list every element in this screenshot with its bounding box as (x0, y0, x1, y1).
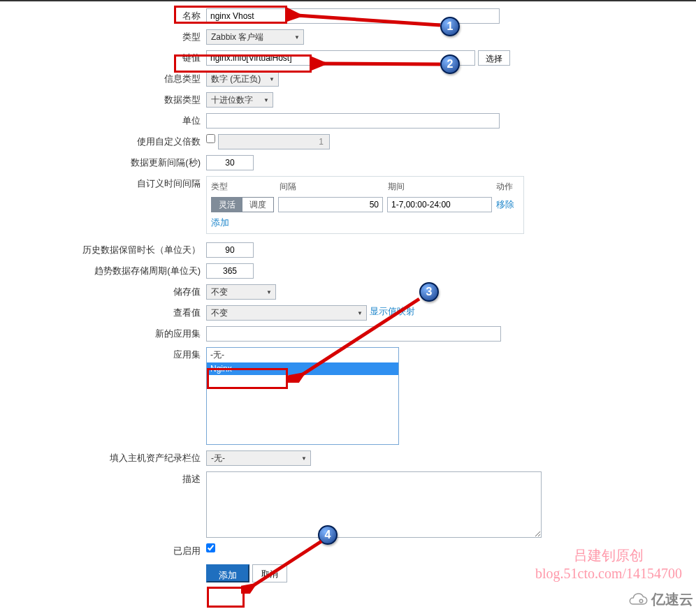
mult-value-input (218, 134, 330, 149)
update-interval-input[interactable] (206, 155, 254, 170)
label-use-mult: 使用自定义倍数 (0, 134, 206, 149)
label-trends: 趋势数据存储周期(单位天) (0, 263, 206, 279)
type-select[interactable]: Zabbix 客户端 (206, 29, 304, 45)
toggle-schedule[interactable]: 调度 (242, 198, 273, 212)
desc-textarea[interactable] (206, 471, 542, 538)
choose-button[interactable]: 选择 (478, 50, 510, 66)
label-new-app: 新的应用集 (0, 326, 206, 342)
interval-hdr-interval: 间隔 (280, 181, 388, 193)
info-type-select[interactable]: 数字 (无正负) (206, 71, 279, 87)
interval-container: 类型 间隔 期间 动作 灵活 调度 移除 添加 (206, 176, 524, 234)
label-history: 历史数据保留时长（单位天） (0, 242, 206, 258)
unit-input[interactable] (206, 113, 500, 129)
label-name: 名称 (0, 8, 206, 24)
label-enabled: 已启用 (0, 543, 206, 559)
label-info-type: 信息类型 (0, 71, 206, 87)
remove-link[interactable]: 移除 (496, 198, 514, 211)
history-input[interactable] (206, 242, 254, 258)
label-host-inventory: 填入主机资产纪录栏位 (0, 450, 206, 466)
apps-listbox[interactable]: -无- Nginx (206, 347, 399, 445)
label-apps: 应用集 (0, 347, 206, 362)
apps-option-none[interactable]: -无- (207, 348, 398, 362)
add-button[interactable]: 添加 (206, 564, 249, 582)
add-interval-link[interactable]: 添加 (211, 217, 229, 228)
interval-value-input[interactable] (278, 197, 383, 212)
cancel-button[interactable]: 取消 (252, 564, 287, 582)
period-value-input[interactable] (387, 197, 492, 212)
host-inventory-select[interactable]: -无- (206, 450, 311, 466)
interval-hdr-period: 期间 (388, 181, 496, 193)
interval-hdr-action: 动作 (496, 181, 513, 193)
label-desc: 描述 (0, 471, 206, 487)
label-update-interval: 数据更新间隔(秒) (0, 155, 206, 170)
form-container: 名称 类型 Zabbix 客户端 键值 选择 信息类型 数字 (无正负) 数据类… (0, 1, 696, 595)
use-mult-checkbox[interactable] (206, 134, 215, 143)
toggle-flexible[interactable]: 灵活 (212, 198, 242, 212)
label-unit: 单位 (0, 113, 206, 129)
show-select[interactable]: 不变 (206, 305, 367, 321)
label-show: 查看值 (0, 305, 206, 321)
show-mapping-link[interactable]: 显示值映射 (370, 305, 415, 318)
interval-hdr-type: 类型 (211, 181, 280, 193)
label-type: 类型 (0, 29, 206, 45)
label-store: 储存值 (0, 284, 206, 300)
trends-input[interactable] (206, 263, 254, 279)
label-data-type: 数据类型 (0, 92, 206, 108)
key-input[interactable] (206, 50, 475, 66)
label-key: 键值 (0, 50, 206, 66)
svg-point-4 (639, 599, 643, 603)
enabled-checkbox[interactable] (206, 543, 215, 552)
label-custom-interval: 自订义时间间隔 (0, 176, 206, 191)
name-input[interactable] (206, 8, 500, 24)
new-app-input[interactable] (206, 326, 501, 342)
data-type-select[interactable]: 十进位数字 (206, 92, 273, 108)
store-select[interactable]: 不变 (206, 284, 276, 300)
apps-option-nginx[interactable]: Nginx (207, 362, 398, 375)
interval-type-toggle[interactable]: 灵活 调度 (211, 197, 274, 212)
